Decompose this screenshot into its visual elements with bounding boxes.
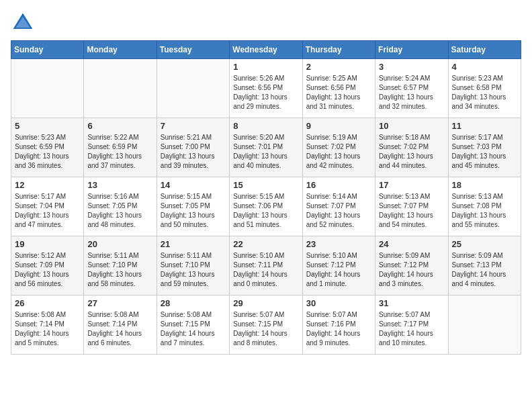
calendar-cell: 13Sunrise: 5:16 AM Sunset: 7:05 PM Dayli… xyxy=(84,177,157,236)
cell-info: Sunrise: 5:12 AM Sunset: 7:09 PM Dayligh… xyxy=(15,251,80,289)
calendar-table: SundayMondayTuesdayWednesdayThursdayFrid… xyxy=(11,40,521,355)
day-number: 22 xyxy=(233,239,298,249)
calendar-cell: 11Sunrise: 5:17 AM Sunset: 7:03 PM Dayli… xyxy=(448,118,521,177)
day-number: 3 xyxy=(379,62,444,72)
day-number: 15 xyxy=(233,180,298,190)
cell-info: Sunrise: 5:07 AM Sunset: 7:17 PM Dayligh… xyxy=(379,310,444,348)
calendar-cell: 23Sunrise: 5:10 AM Sunset: 7:12 PM Dayli… xyxy=(302,236,375,295)
cell-info: Sunrise: 5:25 AM Sunset: 6:56 PM Dayligh… xyxy=(306,74,371,111)
day-number: 8 xyxy=(233,121,298,131)
calendar-cell: 4Sunrise: 5:23 AM Sunset: 6:58 PM Daylig… xyxy=(448,59,521,118)
calendar-header: SundayMondayTuesdayWednesdayThursdayFrid… xyxy=(11,41,521,59)
logo xyxy=(11,11,38,35)
cell-info: Sunrise: 5:13 AM Sunset: 7:08 PM Dayligh… xyxy=(452,192,517,230)
calendar-body: 1Sunrise: 5:26 AM Sunset: 6:56 PM Daylig… xyxy=(11,59,521,355)
cell-info: Sunrise: 5:19 AM Sunset: 7:02 PM Dayligh… xyxy=(306,133,371,171)
calendar-cell: 15Sunrise: 5:15 AM Sunset: 7:06 PM Dayli… xyxy=(230,177,302,236)
calendar-cell: 1Sunrise: 5:26 AM Sunset: 6:56 PM Daylig… xyxy=(230,59,302,118)
day-number: 13 xyxy=(87,180,152,190)
calendar-cell: 19Sunrise: 5:12 AM Sunset: 7:09 PM Dayli… xyxy=(11,236,84,295)
calendar-cell: 22Sunrise: 5:10 AM Sunset: 7:11 PM Dayli… xyxy=(230,236,302,295)
cell-info: Sunrise: 5:08 AM Sunset: 7:14 PM Dayligh… xyxy=(87,310,152,348)
calendar-cell: 30Sunrise: 5:07 AM Sunset: 7:16 PM Dayli… xyxy=(302,295,375,355)
week-row-2: 5Sunrise: 5:23 AM Sunset: 6:59 PM Daylig… xyxy=(11,118,521,177)
day-number: 2 xyxy=(306,62,371,72)
cell-info: Sunrise: 5:07 AM Sunset: 7:15 PM Dayligh… xyxy=(233,310,298,348)
cell-info: Sunrise: 5:17 AM Sunset: 7:04 PM Dayligh… xyxy=(15,192,80,230)
calendar-cell: 17Sunrise: 5:13 AM Sunset: 7:07 PM Dayli… xyxy=(375,177,448,236)
cell-info: Sunrise: 5:24 AM Sunset: 6:57 PM Dayligh… xyxy=(379,74,444,111)
calendar-cell: 3Sunrise: 5:24 AM Sunset: 6:57 PM Daylig… xyxy=(375,59,448,118)
week-row-5: 26Sunrise: 5:08 AM Sunset: 7:14 PM Dayli… xyxy=(11,295,521,355)
cell-info: Sunrise: 5:11 AM Sunset: 7:10 PM Dayligh… xyxy=(87,251,152,289)
cell-info: Sunrise: 5:17 AM Sunset: 7:03 PM Dayligh… xyxy=(452,133,517,171)
day-number: 19 xyxy=(15,239,80,249)
cell-info: Sunrise: 5:08 AM Sunset: 7:14 PM Dayligh… xyxy=(15,310,80,348)
calendar-cell: 31Sunrise: 5:07 AM Sunset: 7:17 PM Dayli… xyxy=(375,295,448,355)
day-number: 18 xyxy=(452,180,517,190)
calendar-cell: 5Sunrise: 5:23 AM Sunset: 6:59 PM Daylig… xyxy=(11,118,84,177)
calendar-cell: 20Sunrise: 5:11 AM Sunset: 7:10 PM Dayli… xyxy=(84,236,157,295)
page-header xyxy=(11,11,521,35)
day-number: 12 xyxy=(15,180,80,190)
calendar-cell xyxy=(157,59,229,118)
calendar-cell: 29Sunrise: 5:07 AM Sunset: 7:15 PM Dayli… xyxy=(230,295,302,355)
calendar-cell: 24Sunrise: 5:09 AM Sunset: 7:12 PM Dayli… xyxy=(375,236,448,295)
cell-info: Sunrise: 5:09 AM Sunset: 7:12 PM Dayligh… xyxy=(379,251,444,289)
day-number: 26 xyxy=(15,298,80,308)
cell-info: Sunrise: 5:23 AM Sunset: 6:58 PM Dayligh… xyxy=(452,74,517,111)
calendar-cell: 21Sunrise: 5:11 AM Sunset: 7:10 PM Dayli… xyxy=(157,236,229,295)
calendar-cell xyxy=(11,59,84,118)
calendar-cell: 10Sunrise: 5:18 AM Sunset: 7:02 PM Dayli… xyxy=(375,118,448,177)
cell-info: Sunrise: 5:15 AM Sunset: 7:06 PM Dayligh… xyxy=(233,192,298,230)
day-number: 17 xyxy=(379,180,444,190)
calendar-cell: 18Sunrise: 5:13 AM Sunset: 7:08 PM Dayli… xyxy=(448,177,521,236)
week-row-1: 1Sunrise: 5:26 AM Sunset: 6:56 PM Daylig… xyxy=(11,59,521,118)
day-number: 9 xyxy=(306,121,371,131)
header-row: SundayMondayTuesdayWednesdayThursdayFrid… xyxy=(11,41,521,59)
day-number: 1 xyxy=(233,62,298,72)
cell-info: Sunrise: 5:14 AM Sunset: 7:07 PM Dayligh… xyxy=(306,192,371,230)
calendar-cell: 12Sunrise: 5:17 AM Sunset: 7:04 PM Dayli… xyxy=(11,177,84,236)
cell-info: Sunrise: 5:09 AM Sunset: 7:13 PM Dayligh… xyxy=(452,251,517,289)
cell-info: Sunrise: 5:07 AM Sunset: 7:16 PM Dayligh… xyxy=(306,310,371,348)
calendar-cell: 16Sunrise: 5:14 AM Sunset: 7:07 PM Dayli… xyxy=(302,177,375,236)
header-cell-thursday: Thursday xyxy=(302,41,375,59)
cell-info: Sunrise: 5:20 AM Sunset: 7:01 PM Dayligh… xyxy=(233,133,298,171)
day-number: 16 xyxy=(306,180,371,190)
cell-info: Sunrise: 5:08 AM Sunset: 7:15 PM Dayligh… xyxy=(161,310,226,348)
cell-info: Sunrise: 5:16 AM Sunset: 7:05 PM Dayligh… xyxy=(87,192,152,230)
day-number: 30 xyxy=(306,298,371,308)
calendar-cell: 7Sunrise: 5:21 AM Sunset: 7:00 PM Daylig… xyxy=(157,118,229,177)
day-number: 31 xyxy=(379,298,444,308)
cell-info: Sunrise: 5:10 AM Sunset: 7:11 PM Dayligh… xyxy=(233,251,298,289)
calendar-cell: 2Sunrise: 5:25 AM Sunset: 6:56 PM Daylig… xyxy=(302,59,375,118)
calendar-cell: 27Sunrise: 5:08 AM Sunset: 7:14 PM Dayli… xyxy=(84,295,157,355)
cell-info: Sunrise: 5:21 AM Sunset: 7:00 PM Dayligh… xyxy=(161,133,226,171)
day-number: 23 xyxy=(306,239,371,249)
day-number: 24 xyxy=(379,239,444,249)
calendar-cell: 8Sunrise: 5:20 AM Sunset: 7:01 PM Daylig… xyxy=(230,118,302,177)
logo-icon xyxy=(11,11,35,35)
cell-info: Sunrise: 5:10 AM Sunset: 7:12 PM Dayligh… xyxy=(306,251,371,289)
header-cell-wednesday: Wednesday xyxy=(230,41,302,59)
calendar-cell: 6Sunrise: 5:22 AM Sunset: 6:59 PM Daylig… xyxy=(84,118,157,177)
cell-info: Sunrise: 5:18 AM Sunset: 7:02 PM Dayligh… xyxy=(379,133,444,171)
header-cell-sunday: Sunday xyxy=(11,41,84,59)
calendar-cell: 14Sunrise: 5:15 AM Sunset: 7:05 PM Dayli… xyxy=(157,177,229,236)
day-number: 7 xyxy=(161,121,226,131)
day-number: 27 xyxy=(87,298,152,308)
header-cell-monday: Monday xyxy=(84,41,157,59)
day-number: 28 xyxy=(161,298,226,308)
day-number: 29 xyxy=(233,298,298,308)
day-number: 11 xyxy=(452,121,517,131)
day-number: 5 xyxy=(15,121,80,131)
day-number: 10 xyxy=(379,121,444,131)
day-number: 6 xyxy=(87,121,152,131)
calendar-cell xyxy=(448,295,521,355)
day-number: 14 xyxy=(161,180,226,190)
header-cell-friday: Friday xyxy=(375,41,448,59)
day-number: 4 xyxy=(452,62,517,72)
cell-info: Sunrise: 5:13 AM Sunset: 7:07 PM Dayligh… xyxy=(379,192,444,230)
calendar-cell xyxy=(84,59,157,118)
